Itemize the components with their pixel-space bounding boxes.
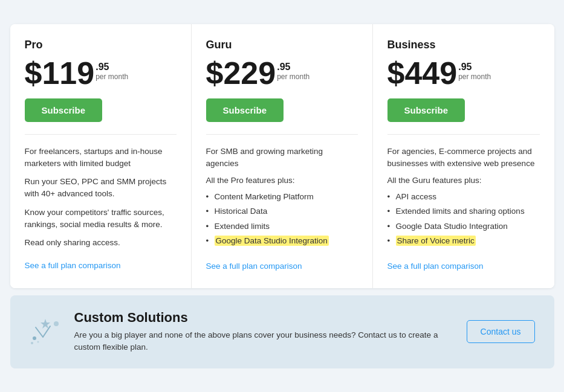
feature-guru-2: Extended limits [206,219,358,234]
plan-divider-pro [25,134,177,135]
feature-guru-1: Historical Data [206,204,358,219]
plan-features-list-guru: Content Marketing Platform Historical Da… [206,190,358,248]
plan-desc-guru-0: For SMB and growing marketing agencies [206,146,358,170]
plan-price-period-business: per month [458,72,491,81]
plan-features-intro-business: All the Guru features plus: [387,176,540,185]
plan-card-guru: Guru $229 .95 per month Subscribe For SM… [192,24,373,289]
feature-guru-3: Google Data Studio Integration [206,234,358,248]
plan-name-pro: Pro [25,39,177,51]
svg-point-5 [31,342,33,344]
plan-desc-pro-3: Read only sharing access. [25,237,177,249]
custom-solutions-title: Custom Solutions [74,310,455,326]
plan-price-meta-business: .95 per month [458,57,491,82]
plan-divider-guru [206,134,358,135]
custom-solutions-description: Are you a big player and none of the abo… [74,329,455,354]
comparison-link-business[interactable]: See a full plan comparison [387,262,484,271]
subscribe-button-business[interactable]: Subscribe [387,98,465,122]
plan-features-intro-guru: All the Pro features plus: [206,176,358,185]
svg-point-6 [37,341,39,343]
contact-us-button[interactable]: Contact us [467,320,535,343]
plan-price-meta-pro: .95 per month [96,57,128,82]
plan-desc-pro-2: Know your competitors' traffic sources, … [25,207,177,231]
plan-price-main-pro: $119 [25,57,95,89]
plan-desc-pro-0: For freelancers, startups and in-house m… [25,146,177,170]
plan-desc-pro-1: Run your SEO, PPC and SMM projects with … [25,176,177,201]
feature-business-1: Extended limits and sharing options [387,204,540,219]
feature-business-0: API access [387,190,540,204]
plan-price-main-business: $449 [387,57,458,89]
plan-desc-business-0: For agencies, E-commerce projects and bu… [387,146,540,170]
comparison-link-pro[interactable]: See a full plan comparison [25,261,121,270]
comparison-link-guru[interactable]: See a full plan comparison [206,262,302,271]
plan-price-cents-guru: .95 [277,61,310,72]
subscribe-button-guru[interactable]: Subscribe [206,98,284,122]
plan-features-list-business: API access Extended limits and sharing o… [387,190,540,248]
page-wrapper: Pro $119 .95 per month Subscribe For fre… [10,24,554,368]
svg-point-3 [54,321,59,326]
plan-card-business: Business $449 .95 per month Subscribe Fo… [373,24,554,289]
svg-line-1 [43,326,50,337]
plan-price-main-guru: $229 [206,57,276,89]
plan-price-cents-pro: .95 [96,61,128,72]
plan-name-business: Business [387,39,540,51]
custom-solutions-text: Custom Solutions Are you a big player an… [74,310,455,354]
plan-divider-business [387,134,540,135]
plan-price-row-pro: $119 .95 per month [25,57,177,89]
plan-card-pro: Pro $119 .95 per month Subscribe For fre… [10,24,192,289]
plan-price-period-guru: per month [277,72,310,81]
plans-grid: Pro $119 .95 per month Subscribe For fre… [10,24,554,289]
custom-solutions-section: Custom Solutions Are you a big player an… [10,295,554,368]
feature-business-2: Google Data Studio Integration [387,219,540,234]
plan-price-period-pro: per month [96,72,128,81]
plan-name-guru: Guru [206,39,358,51]
feature-guru-0: Content Marketing Platform [206,190,358,204]
svg-line-0 [36,327,43,337]
custom-solutions-icon [30,315,62,348]
feature-business-3: Share of Voice metric [387,234,540,248]
svg-point-2 [33,336,36,340]
subscribe-button-pro[interactable]: Subscribe [25,98,103,122]
plan-price-cents-business: .95 [458,61,491,72]
plan-price-row-business: $449 .95 per month [387,57,540,89]
plan-price-meta-guru: .95 per month [277,57,310,82]
svg-marker-4 [41,319,50,329]
plan-price-row-guru: $229 .95 per month [206,57,358,89]
